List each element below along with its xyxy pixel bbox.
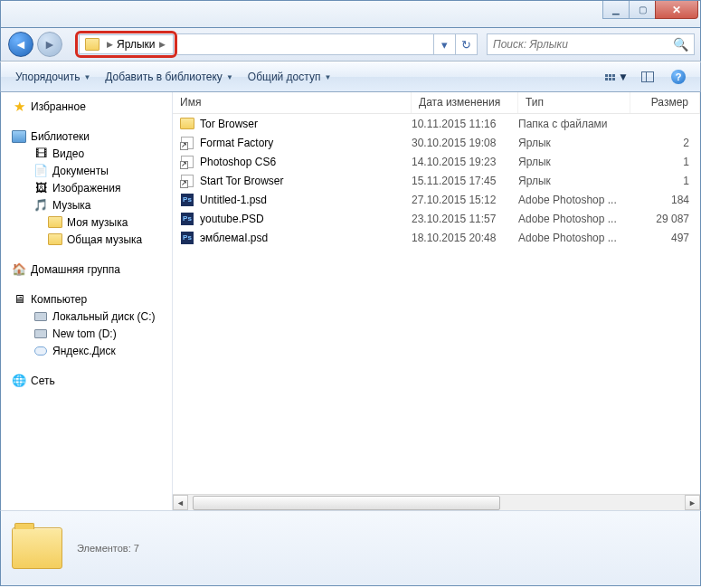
- sidebar-item-label: Общая музыка: [67, 233, 142, 246]
- file-row[interactable]: Format Factory30.10.2015 19:08Ярлык2: [173, 133, 700, 152]
- scroll-left-button[interactable]: ◄: [173, 495, 188, 510]
- sidebar-my-music[interactable]: Моя музыка: [1, 213, 172, 231]
- preview-pane-button[interactable]: [633, 66, 662, 88]
- file-icon: [180, 174, 194, 188]
- help-button[interactable]: ?: [664, 66, 693, 88]
- sidebar-pictures[interactable]: Изображения: [1, 179, 172, 196]
- network-icon: [12, 374, 26, 388]
- sidebar-item-label: Избранное: [31, 100, 86, 113]
- horizontal-scrollbar[interactable]: ◄ ►: [173, 494, 700, 510]
- file-row[interactable]: Tor Browser10.11.2015 11:16Папка с файла…: [173, 114, 700, 133]
- search-input[interactable]: [493, 38, 673, 51]
- file-row[interactable]: youtube.PSD23.10.2015 11:57Adobe Photosh…: [173, 209, 700, 228]
- document-icon: [33, 164, 48, 178]
- sidebar-drive-c[interactable]: Локальный диск (C:): [1, 308, 172, 325]
- file-row[interactable]: Start Tor Browser15.11.2015 17:45Ярлык1: [173, 171, 700, 190]
- add-to-library-menu[interactable]: Добавить в библиотеку▼: [98, 67, 240, 87]
- address-bar-rest[interactable]: [177, 33, 434, 55]
- chevron-right-icon: ▶: [159, 40, 166, 49]
- sidebar-item-label: Библиотеки: [31, 130, 90, 143]
- navigation-pane: ★Избранное Библиотеки Видео Документы Из…: [1, 92, 173, 510]
- file-date: 15.11.2015 17:45: [412, 175, 518, 187]
- search-icon: 🔍: [673, 37, 688, 52]
- breadcrumb[interactable]: ▶ Ярлыки ▶: [79, 34, 174, 54]
- file-icon: [180, 193, 194, 207]
- file-type: Adobe Photoshop ...: [518, 232, 630, 244]
- file-size: 184: [630, 194, 700, 206]
- minimize-button[interactable]: [602, 1, 630, 19]
- homegroup-icon: [12, 262, 26, 277]
- item-count: Элементов: 7: [77, 543, 139, 554]
- file-type: Adobe Photoshop ...: [518, 213, 630, 225]
- column-type[interactable]: Тип: [518, 92, 630, 113]
- file-date: 10.11.2015 11:16: [412, 118, 518, 130]
- pictures-icon: [33, 181, 48, 195]
- sidebar-favorites[interactable]: ★Избранное: [1, 98, 172, 115]
- close-button[interactable]: [655, 1, 698, 19]
- organize-menu[interactable]: Упорядочить▼: [8, 67, 98, 87]
- file-row[interactable]: эмблемаI.psd18.10.2015 20:48Adobe Photos…: [173, 228, 700, 247]
- sidebar-music[interactable]: Музыка: [1, 196, 172, 213]
- scroll-right-button[interactable]: ►: [685, 495, 700, 510]
- file-date: 30.10.2015 19:08: [412, 137, 518, 149]
- search-box[interactable]: 🔍: [487, 33, 695, 55]
- chevron-right-icon: ▶: [107, 40, 113, 49]
- folder-icon: [48, 232, 62, 247]
- file-row[interactable]: Untitled-1.psd27.10.2015 15:12Adobe Phot…: [173, 190, 700, 209]
- folder-icon: [85, 38, 99, 51]
- sidebar-item-label: Домашняя группа: [31, 263, 120, 276]
- file-date: 18.10.2015 20:48: [412, 232, 518, 244]
- file-date: 27.10.2015 15:12: [412, 194, 518, 206]
- file-type: Adobe Photoshop ...: [518, 194, 630, 206]
- refresh-button[interactable]: ↻: [456, 33, 478, 55]
- sidebar-item-label: Изображения: [52, 182, 120, 194]
- folder-icon: [48, 215, 62, 230]
- back-button[interactable]: ◄: [8, 32, 33, 57]
- sidebar-item-label: New tom (D:): [52, 327, 117, 340]
- titlebar: [0, 0, 701, 27]
- drive-icon: [33, 309, 48, 324]
- column-size[interactable]: Размер: [630, 92, 700, 113]
- view-mode-button[interactable]: ▼: [602, 66, 631, 88]
- sidebar-documents[interactable]: Документы: [1, 162, 172, 179]
- sidebar-homegroup[interactable]: Домашняя группа: [1, 261, 172, 278]
- sidebar-item-label: Локальный диск (C:): [52, 310, 156, 323]
- sidebar-item-label: Моя музыка: [67, 216, 128, 229]
- file-size: 1: [630, 175, 700, 187]
- sidebar-yandex-disk[interactable]: Яндекс.Диск: [1, 342, 172, 359]
- sidebar-item-label: Сеть: [31, 375, 55, 387]
- add-library-label: Добавить в библиотеку: [105, 71, 223, 83]
- sidebar-computer[interactable]: Компьютер: [1, 290, 172, 308]
- forward-button[interactable]: ►: [37, 32, 62, 57]
- sidebar-public-music[interactable]: Общая музыка: [1, 231, 172, 248]
- file-row[interactable]: Photoshop CS614.10.2015 19:23Ярлык1: [173, 152, 700, 171]
- sidebar-item-label: Видео: [52, 147, 84, 160]
- sidebar-libraries[interactable]: Библиотеки: [1, 128, 172, 145]
- file-date: 23.10.2015 11:57: [412, 213, 518, 225]
- share-menu[interactable]: Общий доступ▼: [241, 67, 339, 87]
- column-headers: Имя Дата изменения Тип Размер: [173, 92, 700, 114]
- sidebar-video[interactable]: Видео: [1, 145, 172, 162]
- video-icon: [33, 147, 48, 161]
- file-list-pane: Имя Дата изменения Тип Размер Tor Browse…: [173, 92, 700, 510]
- file-size: 29 087: [630, 213, 700, 225]
- folder-preview-icon: [12, 527, 62, 569]
- sidebar-drive-d[interactable]: New tom (D:): [1, 325, 172, 342]
- file-name: youtube.PSD: [200, 213, 264, 225]
- maximize-button[interactable]: [629, 1, 656, 19]
- file-type: Ярлык: [518, 137, 630, 149]
- file-size: 2: [630, 137, 700, 149]
- file-name: Format Factory: [200, 137, 273, 149]
- breadcrumb-highlight: ▶ Ярлыки ▶: [75, 31, 177, 58]
- drive-icon: [33, 327, 48, 341]
- column-name[interactable]: Имя: [173, 92, 412, 113]
- file-type: Ярлык: [518, 175, 630, 187]
- sidebar-item-label: Музыка: [52, 199, 90, 212]
- sidebar-network[interactable]: Сеть: [1, 372, 172, 389]
- file-date: 14.10.2015 19:23: [412, 156, 518, 168]
- file-type: Ярлык: [518, 156, 630, 168]
- column-date[interactable]: Дата изменения: [412, 92, 518, 113]
- dropdown-button[interactable]: ▾: [434, 33, 456, 55]
- scroll-thumb[interactable]: [193, 496, 500, 510]
- file-name: Tor Browser: [200, 118, 258, 130]
